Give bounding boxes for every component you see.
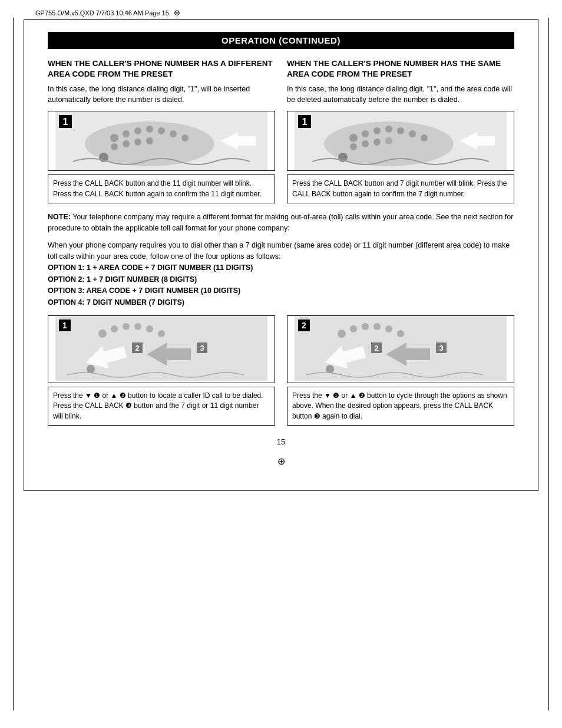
option-item: OPTION 4: 7 DIGIT NUMBER (7 DIGITS)	[48, 298, 184, 307]
svg-point-9	[170, 130, 177, 137]
svg-point-11	[111, 143, 118, 150]
svg-text:2: 2	[135, 344, 139, 353]
svg-text:2: 2	[302, 321, 306, 330]
bottom-left-column: 1 2 3	[48, 315, 275, 426]
svg-point-22	[362, 130, 369, 137]
svg-text:2: 2	[374, 344, 378, 353]
bottom-two-col: 1 2 3	[48, 315, 514, 426]
page-border: OPERATION (CONTINUED) WHEN THE CALLER'S …	[24, 19, 538, 491]
bottom-left-illustration: 1 2 3	[48, 315, 275, 383]
file-header: GP755.O/M.v5.QXD 7/7/03 10:46 AM Page 15…	[0, 6, 562, 19]
options-section: When your phone company requires you to …	[48, 240, 514, 308]
bottom-crosshair-icon: ⊕	[277, 456, 285, 466]
svg-point-61	[362, 323, 369, 330]
svg-point-46	[134, 323, 141, 330]
svg-point-62	[373, 323, 381, 330]
svg-point-47	[146, 325, 153, 332]
svg-point-7	[146, 126, 153, 133]
option-item: OPTION 3: AREA CODE + 7 DIGIT NUMBER (10…	[48, 286, 240, 295]
bottom-right-column: 2 2 3	[287, 315, 514, 426]
option-item: OPTION 1: 1 + AREA CODE + 7 DIGIT NUMBER…	[48, 263, 253, 272]
svg-point-48	[158, 330, 165, 337]
svg-point-28	[350, 143, 357, 150]
left-body: In this case, the long distance dialing …	[48, 84, 275, 105]
left-column: WHEN THE CALLER'S PHONE NUMBER HAS A DIF…	[48, 58, 275, 203]
svg-point-5	[123, 130, 130, 137]
note-paragraph: NOTE: Your telephone company may require…	[48, 212, 514, 234]
bottom-left-caption: Press the ▼ ❶ or ▲ ❷ button to locate a …	[48, 387, 275, 426]
svg-point-44	[111, 325, 118, 332]
left-illustration: 1	[48, 111, 275, 171]
section-title: OPERATION (CONTINUED)	[48, 32, 514, 49]
bottom-right-caption: Press the ▼ ❶ or ▲ ❷ button to cycle thr…	[287, 387, 514, 426]
right-illustration: 1	[287, 111, 514, 171]
svg-point-8	[158, 127, 165, 134]
svg-point-29	[362, 140, 369, 147]
option-item: OPTION 2: 1 + 7 DIGIT NUMBER (8 DIGITS)	[48, 275, 197, 284]
crosshair-icon: ⊕	[174, 8, 180, 17]
svg-text:3: 3	[439, 344, 443, 353]
svg-point-21	[349, 134, 358, 142]
svg-point-64	[397, 330, 404, 337]
page-wrapper: GP755.O/M.v5.QXD 7/7/03 10:46 AM Page 15…	[0, 0, 562, 728]
svg-point-24	[385, 126, 392, 133]
svg-point-12	[123, 140, 130, 147]
svg-text:3: 3	[200, 344, 204, 353]
right-body: In this case, the long distance dialing …	[287, 84, 514, 105]
svg-point-10	[181, 134, 189, 141]
file-header-text: GP755.O/M.v5.QXD 7/7/03 10:46 AM Page 15	[35, 9, 169, 17]
svg-point-49	[87, 365, 95, 373]
note-text: Your telephone company may require a dif…	[48, 213, 513, 232]
left-caption: Press the CALL BACK button and the 11 di…	[48, 174, 275, 203]
svg-point-25	[397, 127, 404, 134]
svg-point-14	[146, 137, 153, 144]
svg-point-13	[134, 139, 141, 146]
options-intro: When your phone company requires you to …	[48, 241, 510, 261]
svg-point-65	[326, 365, 334, 373]
right-caption: Press the CALL BACK button and 7 digit n…	[287, 174, 514, 203]
svg-text:1: 1	[63, 117, 68, 127]
svg-point-63	[385, 325, 392, 332]
svg-point-31	[385, 137, 392, 144]
svg-point-43	[98, 330, 107, 338]
svg-text:1: 1	[302, 117, 308, 127]
svg-point-60	[350, 325, 357, 332]
svg-point-30	[373, 139, 381, 146]
right-column: WHEN THE CALLER'S PHONE NUMBER HAS THE S…	[287, 58, 514, 203]
svg-point-4	[110, 134, 118, 142]
left-heading: WHEN THE CALLER'S PHONE NUMBER HAS A DIF…	[48, 58, 275, 80]
bottom-right-illustration: 2 2 3	[287, 315, 514, 383]
left-margin-line	[13, 18, 14, 710]
note-label: NOTE:	[48, 213, 71, 221]
svg-point-45	[123, 323, 130, 330]
right-margin-line	[548, 18, 549, 710]
svg-point-26	[409, 130, 416, 137]
bottom-reg-mark: ⊕	[48, 456, 514, 467]
svg-point-59	[338, 330, 346, 338]
svg-point-6	[134, 127, 141, 134]
svg-point-23	[373, 127, 381, 134]
svg-point-27	[421, 134, 428, 141]
page-number: 15	[48, 437, 514, 446]
right-heading: WHEN THE CALLER'S PHONE NUMBER HAS THE S…	[287, 58, 514, 80]
two-col-section: WHEN THE CALLER'S PHONE NUMBER HAS A DIF…	[48, 58, 514, 203]
svg-text:1: 1	[62, 321, 67, 330]
